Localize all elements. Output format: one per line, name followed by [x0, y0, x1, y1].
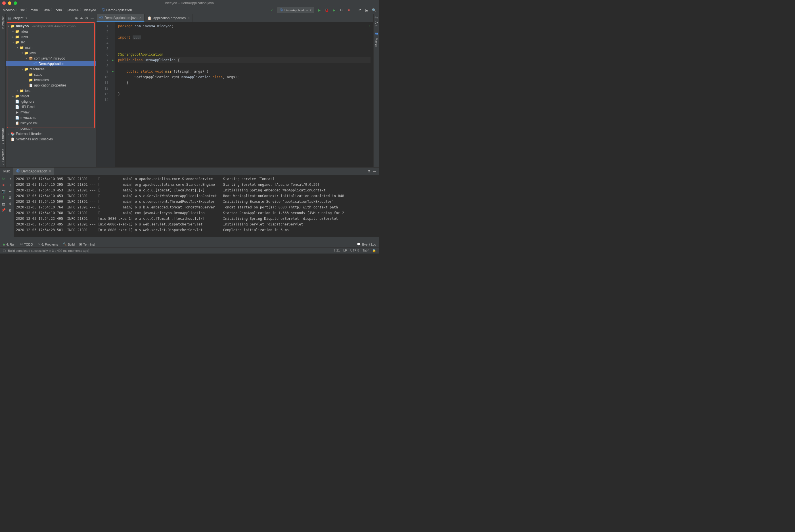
breadcrumb-item[interactable]: src: [20, 8, 25, 12]
tree-item[interactable]: ▶mvnw: [6, 110, 96, 115]
tree-item[interactable]: ▾📁resources: [6, 66, 96, 72]
cursor-position[interactable]: 7:21: [334, 249, 340, 252]
tree-item[interactable]: ▸📁.mvn: [6, 34, 96, 39]
tab-label: application.properties: [153, 16, 186, 20]
tree-external-libs[interactable]: ▸📚External Libraries: [6, 131, 96, 136]
tree-item[interactable]: 📁static: [6, 72, 96, 77]
breadcrumb-item[interactable]: com: [55, 8, 62, 12]
print-icon[interactable]: 🖨: [8, 202, 13, 206]
hide-icon[interactable]: —: [373, 169, 376, 173]
tree-root[interactable]: ▾📁niceyoo~/workspace/IDEA/mine/niceyoo: [6, 23, 96, 28]
window-icon[interactable]: ▣: [364, 8, 369, 13]
line-separator[interactable]: LF: [343, 249, 347, 252]
close-window[interactable]: [2, 1, 6, 5]
tree-item-selected[interactable]: ⒸDemoApplication: [6, 61, 96, 66]
minimize-window[interactable]: [8, 1, 11, 5]
tree-item[interactable]: ▸📁.idea: [6, 28, 96, 34]
coverage-icon[interactable]: ▶: [332, 8, 336, 13]
scrollbar[interactable]: [0, 237, 379, 241]
problems-tab-button[interactable]: ⚠6: Problems: [37, 243, 58, 246]
tree-item[interactable]: 📄HELP.md: [6, 104, 96, 110]
build-icon[interactable]: ↙: [270, 8, 274, 13]
dump-icon[interactable]: 📷: [1, 189, 6, 194]
profile-icon[interactable]: ↻: [339, 8, 344, 13]
breadcrumb-item[interactable]: java: [43, 8, 50, 12]
rerun-icon[interactable]: ↻: [1, 177, 6, 181]
layout-icon[interactable]: ▤: [1, 202, 6, 206]
lock-icon[interactable]: 🔒: [372, 249, 376, 252]
build-tab-button[interactable]: 🔨Build: [63, 243, 75, 246]
git-icon[interactable]: ⎇: [357, 8, 361, 13]
dropdown-icon[interactable]: ▼: [25, 17, 28, 20]
code-content[interactable]: package com.javam4.niceyoo; import ... @…: [115, 22, 373, 167]
debug-icon[interactable]: 🐞: [324, 8, 329, 13]
wrap-icon[interactable]: ↩: [8, 189, 13, 194]
stop-icon[interactable]: ■: [1, 183, 6, 187]
clear-icon[interactable]: 🗑: [8, 208, 13, 212]
ant-icon[interactable]: 🐜: [374, 15, 378, 19]
close-icon[interactable]: ✕: [187, 16, 189, 20]
pin-icon[interactable]: 📌: [1, 208, 6, 212]
tree-item[interactable]: 📋application.properties: [6, 82, 96, 88]
favorites-tool-button[interactable]: 2: Favorites: [1, 147, 4, 167]
tree-item[interactable]: 📁templates: [6, 77, 96, 82]
tree-item[interactable]: ▸📁target: [6, 93, 96, 99]
structure-tool-button[interactable]: 7: Structure: [1, 126, 4, 147]
run-line-icon[interactable]: ▶: [111, 57, 115, 63]
tree-item[interactable]: ▾📁main: [6, 45, 96, 50]
tree-item[interactable]: ▾📦com.javam4.niceyoo: [6, 56, 96, 61]
tree-item[interactable]: ▸📁test: [6, 88, 96, 93]
terminal-tab-button[interactable]: ▣Terminal: [79, 243, 95, 246]
tree-scratches[interactable]: 📋Scratches and Consoles: [6, 136, 96, 142]
run-icon[interactable]: ▶: [317, 8, 321, 13]
hide-icon[interactable]: —: [91, 16, 94, 20]
breadcrumb-item[interactable]: main: [30, 8, 38, 12]
settings-icon[interactable]: ⚙: [367, 169, 371, 173]
search-icon[interactable]: 🔍: [372, 8, 376, 13]
up-icon[interactable]: ↑: [8, 177, 13, 181]
run-configuration-selector[interactable]: Ⓒ DemoApplication ▾: [277, 7, 314, 13]
exit-icon[interactable]: ⤴: [1, 195, 6, 200]
tree-item[interactable]: ▾📁src: [6, 39, 96, 45]
code-editor[interactable]: ✓ 1234567891011121314 ▶ ▶ package com.ja…: [96, 22, 373, 167]
close-icon[interactable]: ✕: [49, 170, 51, 173]
ant-tool-button[interactable]: Ant: [375, 19, 378, 28]
tab-label: DemoApplication.java: [105, 16, 138, 20]
settings-icon[interactable]: ⚙: [85, 16, 88, 20]
encoding[interactable]: UTF-8: [350, 249, 359, 252]
run-toolbar-primary: ↻ ■ 📷 ⤴ ▤ 📌: [0, 175, 7, 237]
locate-icon[interactable]: ⊕: [75, 16, 78, 20]
tree-item[interactable]: ▾📁java: [6, 50, 96, 56]
editor-tab[interactable]: 📋 application.properties ✕: [145, 14, 193, 22]
tree-item[interactable]: 📄.gitignore: [6, 99, 96, 104]
console-output[interactable]: 2020-12-05 17:54:10.395 INFO 21891 --- […: [14, 175, 379, 237]
project-tool-button[interactable]: 1: Project: [1, 14, 4, 32]
tree-item[interactable]: 📄mvnw.cmd: [6, 115, 96, 120]
tree-item[interactable]: 📋niceyoo.iml: [6, 120, 96, 126]
breadcrumb-item[interactable]: DemoApplication: [106, 8, 132, 12]
run-panel: Run: Ⓒ DemoApplication ✕ ⚙ — ↻ ■ 📷 ⤴ ▤ 📌…: [0, 167, 379, 241]
run-tab[interactable]: Ⓒ DemoApplication ✕: [13, 168, 54, 175]
scroll-icon[interactable]: ⇊: [8, 195, 13, 200]
event-log-button[interactable]: 💬Event Log: [357, 243, 376, 246]
todo-tab-button[interactable]: ☑TODO: [20, 243, 33, 246]
indent[interactable]: Tab*: [363, 249, 369, 252]
breadcrumb-item[interactable]: javam4: [68, 8, 79, 12]
maven-tool-button[interactable]: Maven: [375, 35, 378, 49]
close-icon[interactable]: ✕: [139, 16, 141, 19]
editor-area: Ⓒ DemoApplication.java ✕ 📋 application.p…: [96, 14, 373, 167]
tree-item[interactable]: mpom.xml: [6, 126, 96, 131]
breadcrumb-item[interactable]: niceyoo: [3, 8, 15, 12]
collapse-icon[interactable]: ≑: [80, 16, 83, 20]
maven-icon[interactable]: m: [375, 32, 378, 35]
breadcrumb-item[interactable]: niceyoo: [84, 8, 96, 12]
right-tool-gutter: 🐜 Ant m Maven: [373, 14, 379, 167]
maximize-window[interactable]: [14, 1, 17, 5]
editor-tab-active[interactable]: Ⓒ DemoApplication.java ✕: [96, 14, 145, 22]
stop-icon[interactable]: ■: [346, 8, 351, 13]
run-line-icon[interactable]: ▶: [111, 69, 115, 74]
down-icon[interactable]: ↓: [8, 183, 13, 187]
run-tab-button[interactable]: ▶4: Run: [3, 243, 15, 246]
left-tool-gutter: 1: Project 7: Structure 2: Favorites: [0, 14, 6, 167]
status-icon[interactable]: ▢: [3, 249, 6, 252]
